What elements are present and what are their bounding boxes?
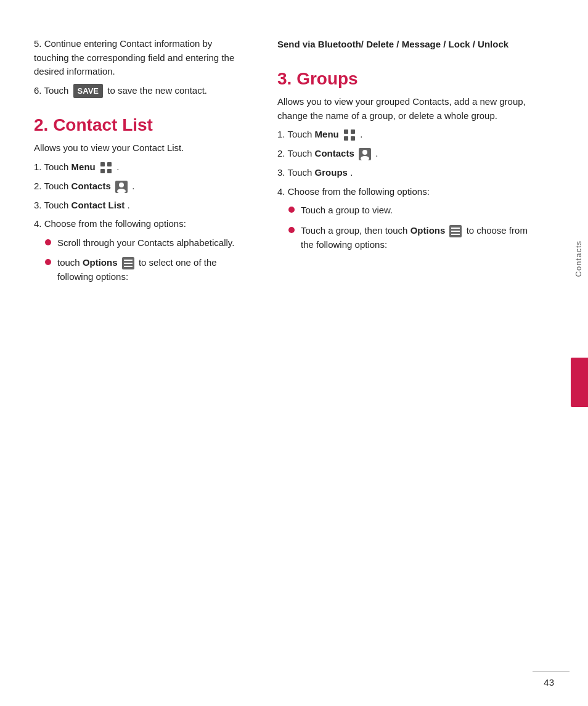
menu-icon-1 [99, 161, 113, 174]
options-icon-1 [121, 257, 135, 270]
right-bullet-2: Touch a group, then touch Options to cho… [288, 224, 530, 252]
right-step-2-number: 2. Touch [277, 148, 315, 158]
step-6-prefix: Touch [44, 85, 71, 96]
svg-rect-1 [107, 162, 112, 166]
right-bullet-list: Touch a group to view. Touch a group, th… [288, 203, 530, 252]
section-2-description: Allows you to view your Contact List. [34, 141, 247, 155]
menu-icon-2 [343, 128, 356, 142]
step-6-suffix: to save the new contact. [107, 85, 207, 96]
svg-rect-21 [451, 234, 460, 235]
left-bullet-2: touch Options to select one of the follo… [45, 256, 247, 284]
right-bullet-1-text: Touch a group to view. [301, 203, 530, 218]
right-column: Send via Bluetooth/ Delete / Message / L… [265, 37, 549, 669]
bullet-dot-4 [288, 227, 295, 233]
right-step-2-bold: Contacts [315, 148, 354, 158]
right-step-4-text: 4. Choose from the following options: [277, 186, 430, 197]
section-3-heading: 3. Groups [277, 69, 530, 89]
right-step-1: 1. Touch Menu . [277, 128, 530, 142]
step-5-number: 5. [34, 38, 44, 49]
right-bullet-2-text: Touch a group, then touch Options to cho… [301, 224, 530, 252]
step-6-number: 6. [34, 85, 44, 96]
left-step-4-text: 4. Choose from the following options: [34, 218, 186, 229]
bullet-dot-1 [45, 239, 51, 245]
right-step-2: 2. Touch Contacts . [277, 147, 530, 161]
svg-rect-14 [351, 136, 355, 141]
svg-rect-3 [107, 169, 112, 173]
page-container: 5. Continue entering Contact information… [0, 0, 588, 706]
svg-rect-19 [451, 228, 460, 229]
svg-rect-8 [124, 260, 133, 261]
left-bullet-list: Scroll through your Contacts alphabetica… [45, 236, 247, 284]
right-bullet-1: Touch a group to view. [288, 203, 530, 218]
sidebar-label: Contacts [574, 240, 583, 277]
right-bullet-2-prefix: Touch a group, then touch [301, 225, 410, 236]
right-step-2-suffix: . [375, 148, 378, 158]
left-step-3-suffix: . [127, 200, 129, 210]
page-divider [533, 671, 570, 672]
page-number: 43 [544, 677, 554, 688]
svg-rect-9 [124, 263, 133, 264]
left-bullet-1-text: Scroll through your Contacts alphabetica… [57, 236, 247, 250]
section-2-title: 2. Contact List [34, 115, 153, 134]
right-step-4: 4. Choose from the following options: [277, 185, 530, 199]
left-step-2-number: 2. Touch [34, 181, 71, 191]
left-step-3-bold: Contact List [71, 200, 125, 210]
svg-point-17 [361, 156, 369, 161]
svg-rect-10 [124, 266, 133, 267]
left-step-2-bold: Contacts [71, 181, 111, 191]
right-step-3-suffix: . [350, 167, 353, 178]
svg-rect-0 [100, 162, 105, 166]
svg-point-16 [362, 150, 367, 155]
left-step-1-bold: Menu [71, 162, 96, 172]
left-step-3-number: 3. Touch [34, 200, 71, 210]
options-icon-2 [449, 224, 462, 238]
svg-rect-2 [100, 169, 105, 173]
svg-rect-11 [344, 129, 348, 134]
left-column: 5. Continue entering Contact information… [0, 37, 265, 669]
bullet-dot-2 [45, 259, 51, 265]
svg-rect-20 [451, 231, 460, 232]
left-step-1: 1. Touch Menu . [34, 160, 247, 174]
step-5-text: Continue entering Contact information by… [34, 38, 234, 76]
top-bold-text: Send via Bluetooth/ Delete / Message / L… [277, 37, 530, 52]
step-5: 5. Continue entering Contact information… [34, 37, 247, 79]
section-2-heading: 2. Contact List [34, 115, 247, 135]
left-step-3: 3. Touch Contact List . [34, 199, 247, 213]
section-3-title: 3. Groups [277, 69, 358, 88]
contacts-icon-2 [358, 147, 372, 161]
bullet-dot-3 [288, 207, 295, 213]
left-step-1-number: 1. Touch [34, 162, 71, 172]
right-step-3-bold: Groups [315, 167, 348, 178]
left-bullet-1: Scroll through your Contacts alphabetica… [45, 236, 247, 250]
right-step-1-suffix: . [360, 129, 362, 139]
svg-point-5 [119, 183, 124, 187]
svg-point-6 [117, 189, 126, 194]
right-step-3-number: 3. Touch [277, 167, 315, 178]
right-step-1-bold: Menu [315, 129, 339, 139]
left-step-2-suffix: . [132, 181, 134, 191]
right-step-3: 3. Touch Groups . [277, 166, 530, 180]
left-step-1-suffix: . [116, 162, 119, 172]
save-button-label: SAVE [73, 84, 103, 99]
svg-rect-13 [344, 136, 348, 141]
left-step-4: 4. Choose from the following options: [34, 217, 247, 231]
left-bullet-2-bold: Options [83, 257, 118, 268]
contacts-icon-1 [115, 180, 128, 194]
right-step-1-number: 1. Touch [277, 129, 315, 139]
left-bullet-2-prefix: touch [57, 257, 83, 268]
svg-rect-12 [351, 129, 355, 134]
sidebar-tab [571, 358, 588, 407]
right-bullet-2-bold: Options [410, 225, 446, 236]
left-step-2: 2. Touch Contacts . [34, 179, 247, 194]
step-6: 6. Touch SAVE to save the new contact. [34, 84, 247, 99]
left-bullet-2-text: touch Options to select one of the follo… [57, 256, 247, 284]
section-3-description: Allows you to view your grouped Contacts… [277, 95, 530, 123]
